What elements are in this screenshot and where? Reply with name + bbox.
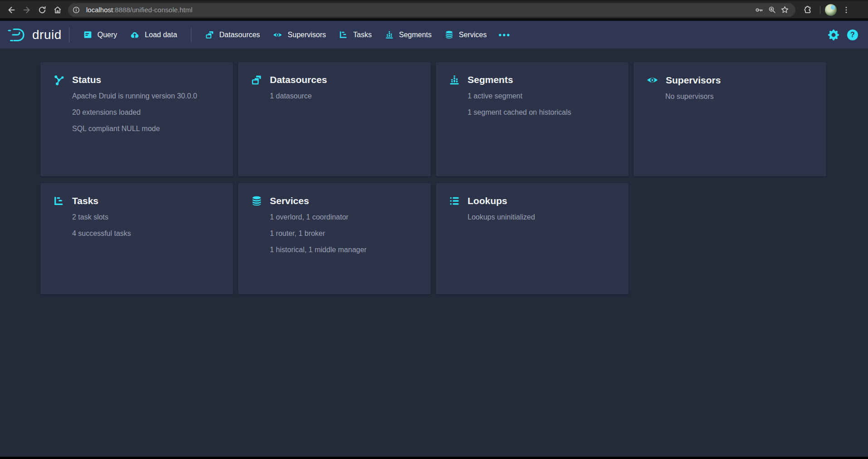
card-line: 1 historical, 1 middle manager xyxy=(270,246,418,254)
gantt-icon xyxy=(339,30,348,39)
password-key-icon[interactable] xyxy=(753,4,766,16)
home-view: Status Apache Druid is running version 3… xyxy=(0,49,868,294)
card-header: Services xyxy=(251,195,418,207)
card-body: 1 overlord, 1 coordinator 1 router, 1 br… xyxy=(270,214,418,254)
url-host: localhost xyxy=(86,6,113,14)
forward-arrow-icon[interactable] xyxy=(19,2,34,18)
nav-item-label: Datasources xyxy=(219,31,260,39)
card-title: Services xyxy=(270,195,309,206)
card-body: 2 task slots 4 successful tasks xyxy=(72,214,220,238)
browser-right-controls xyxy=(800,2,854,18)
card-title: Tasks xyxy=(72,195,98,206)
card-line: 1 overlord, 1 coordinator xyxy=(270,214,418,221)
nav-item-label: Segments xyxy=(399,31,432,39)
gear-icon[interactable] xyxy=(828,29,839,40)
bookmark-star-icon[interactable] xyxy=(778,4,791,16)
bar-chart-icon xyxy=(385,30,394,39)
card-line: 1 segment cached on historicals xyxy=(468,109,616,117)
card-line: 1 active segment xyxy=(468,93,616,100)
druid-navbar: druid Query Load data Datasources Superv… xyxy=(0,21,868,49)
nav-item-segments[interactable]: Segments xyxy=(378,21,438,49)
nav-item-supervisors[interactable]: Supervisors xyxy=(266,21,332,49)
cloud-upload-icon xyxy=(130,30,140,40)
multiple-cubes-icon xyxy=(251,74,263,86)
card-line: No supervisors xyxy=(665,93,814,101)
url-path: :8888/unified-console.html xyxy=(113,6,192,14)
list-icon xyxy=(449,195,460,207)
nav-item-services[interactable]: Services xyxy=(438,21,493,49)
database-icon xyxy=(444,30,454,39)
cards-row-2: Tasks 2 task slots 4 successful tasks Se… xyxy=(40,183,868,294)
datasources-card[interactable]: Datasources 1 datasource xyxy=(238,62,431,176)
card-line: 1 router, 1 broker xyxy=(270,230,418,238)
card-title: Lookups xyxy=(468,195,507,206)
services-card[interactable]: Services 1 overlord, 1 coordinator 1 rou… xyxy=(238,183,431,294)
nav-divider xyxy=(69,27,69,43)
supervisors-card[interactable]: Supervisors No supervisors xyxy=(634,62,826,176)
nav-item-load-data[interactable]: Load data xyxy=(123,21,183,49)
card-line: SQL compliant NULL mode xyxy=(72,125,220,133)
card-body: Lookups uninitialized xyxy=(468,214,616,221)
nav-divider xyxy=(191,27,191,43)
back-arrow-icon[interactable] xyxy=(4,2,19,18)
window-bottom-edge xyxy=(0,457,868,459)
puzzle-icon[interactable] xyxy=(800,2,815,18)
graph-icon xyxy=(53,74,65,86)
url-text[interactable]: localhost:8888/unified-console.html xyxy=(86,6,192,14)
card-header: Supervisors xyxy=(646,74,814,86)
nav-item-label: Supervisors xyxy=(288,31,326,39)
eye-icon xyxy=(273,30,283,40)
druid-logo[interactable]: druid xyxy=(7,27,62,43)
more-menu-button[interactable]: ••• xyxy=(493,30,516,39)
card-header: Tasks xyxy=(53,195,220,207)
kebab-menu-icon[interactable] xyxy=(839,2,854,18)
card-title: Supervisors xyxy=(666,75,721,86)
card-title: Segments xyxy=(468,74,513,85)
card-header: Datasources xyxy=(251,74,418,86)
nav-item-label: Services xyxy=(459,31,487,39)
card-line: Apache Druid is running version 30.0.0 xyxy=(72,93,220,100)
help-icon[interactable]: ? xyxy=(847,29,858,40)
browser-toolbar: localhost:8888/unified-console.html xyxy=(0,0,868,18)
segments-card[interactable]: Segments 1 active segment 1 segment cach… xyxy=(436,62,629,176)
lookups-card[interactable]: Lookups Lookups uninitialized xyxy=(436,183,629,294)
card-title: Datasources xyxy=(270,74,327,85)
card-line: 20 extensions loaded xyxy=(72,109,220,117)
multiple-cubes-icon xyxy=(205,30,215,39)
card-line: 4 successful tasks xyxy=(72,230,220,238)
gantt-icon xyxy=(53,195,65,207)
card-body: No supervisors xyxy=(665,93,814,101)
nav-item-label: Load data xyxy=(145,31,177,39)
nav-item-datasources[interactable]: Datasources xyxy=(199,21,267,49)
cards-row-1: Status Apache Druid is running version 3… xyxy=(40,62,868,176)
card-line: 2 task slots xyxy=(72,214,220,221)
address-bar[interactable]: localhost:8888/unified-console.html xyxy=(68,3,795,17)
nav-item-query[interactable]: Query xyxy=(77,21,124,49)
reload-icon[interactable] xyxy=(34,2,50,18)
bar-chart-icon xyxy=(449,74,460,86)
card-line: Lookups uninitialized xyxy=(468,214,616,221)
nav-item-label: Tasks xyxy=(353,31,372,39)
card-header: Segments xyxy=(449,74,616,86)
info-icon[interactable] xyxy=(70,4,83,16)
card-line: 1 datasource xyxy=(270,93,418,100)
card-header: Lookups xyxy=(449,195,616,207)
brand-text: druid xyxy=(32,28,62,42)
nav-item-label: Query xyxy=(98,31,117,39)
status-card[interactable]: Status Apache Druid is running version 3… xyxy=(40,62,233,176)
card-body: 1 active segment 1 segment cached on his… xyxy=(468,93,616,117)
card-body: Apache Druid is running version 30.0.0 2… xyxy=(72,93,220,132)
card-title: Status xyxy=(72,74,101,85)
avatar[interactable] xyxy=(825,4,837,16)
toolbar-separator xyxy=(820,6,820,14)
nav-right-controls: ? xyxy=(828,29,858,40)
card-header: Status xyxy=(53,74,220,86)
druid-logo-icon xyxy=(7,27,28,43)
card-body: 1 datasource xyxy=(270,93,418,100)
database-icon xyxy=(251,195,263,207)
nav-item-tasks[interactable]: Tasks xyxy=(332,21,378,49)
zoom-magnifier-icon[interactable] xyxy=(766,4,778,16)
app-window-icon xyxy=(83,30,93,39)
tasks-card[interactable]: Tasks 2 task slots 4 successful tasks xyxy=(40,183,233,294)
home-icon[interactable] xyxy=(50,2,65,18)
